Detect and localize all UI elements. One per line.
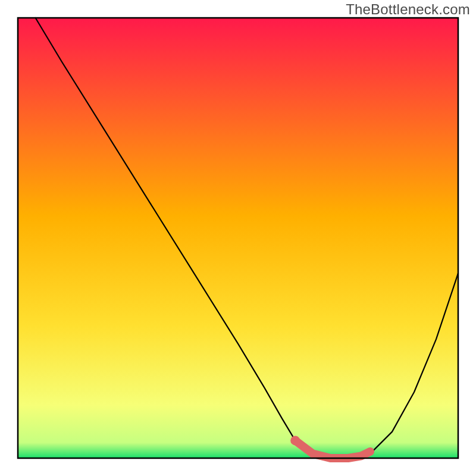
optimal-range-dot xyxy=(290,436,300,445)
plot-area xyxy=(18,18,458,458)
gradient-background xyxy=(18,18,458,458)
chart-canvas: TheBottleneck.com xyxy=(0,0,476,476)
bottleneck-plot xyxy=(0,0,476,476)
watermark-text: TheBottleneck.com xyxy=(346,1,470,18)
